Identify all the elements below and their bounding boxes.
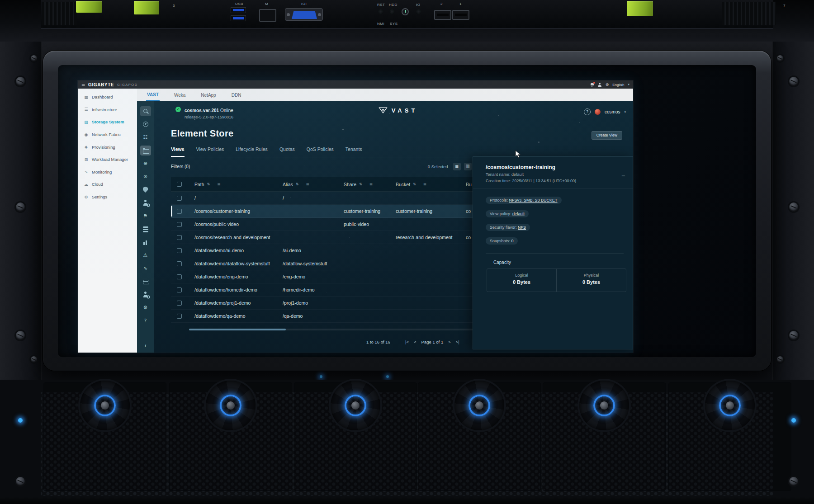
column-settings-icon[interactable]: ▥	[464, 163, 472, 170]
gauge-icon[interactable]	[142, 121, 149, 127]
account-menu[interactable]: ? cosmos ▾	[584, 108, 626, 115]
row-checkbox[interactable]	[177, 196, 182, 201]
search-button[interactable]	[140, 106, 151, 116]
activity-icon[interactable]: ∿	[142, 265, 149, 272]
gear-icon[interactable]: ⚙	[142, 305, 149, 311]
panel-menu-icon[interactable]: ≡	[621, 173, 625, 179]
security-flavor-link[interactable]: NFS	[518, 225, 526, 230]
sort-icon[interactable]: ⇅	[296, 182, 299, 186]
sort-icon[interactable]: ⇅	[359, 182, 362, 186]
language-selector[interactable]: English	[612, 83, 624, 87]
flag-icon[interactable]: ⚑	[142, 213, 149, 219]
chevron-down-icon: ▾	[624, 110, 626, 114]
user-add-icon[interactable]	[142, 200, 149, 206]
row-checkbox[interactable]	[177, 314, 182, 319]
database-icon[interactable]	[142, 226, 149, 232]
tab-lifecycle-rules[interactable]: Lifecycle Rules	[236, 146, 268, 157]
fan	[454, 381, 504, 430]
rack-screw	[789, 331, 798, 340]
status-led	[320, 375, 322, 378]
snapshots-value: 0	[511, 239, 514, 243]
sidebar-item-dashboard[interactable]: Dashboard	[78, 91, 137, 104]
row-checkbox[interactable]	[177, 287, 182, 292]
column-alias[interactable]: Alias	[283, 182, 293, 187]
sidebar-item-network-fabric[interactable]: Network Fabric	[78, 128, 137, 141]
sidebar-item-settings[interactable]: Settings	[78, 191, 137, 203]
divider	[486, 253, 624, 254]
sys-label: SYS	[390, 22, 398, 26]
filter-icon[interactable]: ≡	[306, 182, 309, 187]
filter-icon[interactable]: ≡	[423, 182, 427, 187]
sidebar-item-monitoring[interactable]: Monitoring	[78, 166, 137, 179]
account-icon[interactable]	[598, 83, 602, 87]
fan-tray	[0, 380, 814, 504]
row-checkbox[interactable]	[177, 222, 182, 227]
horizontal-scrollbar[interactable]	[189, 329, 473, 330]
sidebar-item-storage-system[interactable]: Storage System	[78, 116, 137, 128]
help-icon[interactable]: ?	[142, 318, 149, 324]
filter-icon[interactable]: ≡	[217, 182, 221, 187]
mgmt-label: M	[265, 2, 268, 6]
tab-vast[interactable]: VAST	[146, 89, 160, 101]
filters-label[interactable]: Filters (0)	[171, 164, 190, 169]
last-page-icon[interactable]: >|	[456, 339, 459, 344]
tab-ddn[interactable]: DDN	[231, 89, 242, 100]
alerts-icon[interactable]: ⚠	[142, 252, 149, 259]
shield-icon[interactable]	[143, 187, 148, 193]
bar-chart-icon[interactable]	[142, 239, 149, 245]
element-store-button[interactable]	[140, 146, 151, 155]
column-path[interactable]: Path	[194, 182, 204, 187]
sidebar-item-workload-manager[interactable]: Workload Manager	[78, 153, 137, 166]
card-icon[interactable]	[142, 278, 149, 285]
next-page-icon[interactable]: >	[448, 339, 451, 344]
notifications-bell-icon[interactable]	[590, 83, 594, 87]
tab-tenants[interactable]: Tenants	[345, 146, 362, 157]
row-checkbox[interactable]	[177, 235, 182, 240]
sidebar-item-infrastructure[interactable]: Infrastructure	[78, 104, 137, 116]
row-checkbox[interactable]	[177, 301, 182, 306]
tab-views[interactable]: Views	[171, 146, 185, 157]
menu-icon[interactable]: ☰	[81, 82, 85, 87]
view-policy-link[interactable]: default	[512, 212, 525, 216]
tab-view-policies[interactable]: View Policies	[196, 146, 224, 157]
row-checkbox[interactable]	[177, 261, 182, 266]
column-bucket[interactable]: Bucket	[396, 182, 410, 187]
sidebar-item-cloud[interactable]: Cloud	[78, 178, 137, 191]
create-view-button[interactable]: Create View	[592, 131, 622, 140]
sort-icon[interactable]: ⇅	[207, 182, 210, 186]
tab-qos-policies[interactable]: QoS Policies	[307, 146, 334, 157]
row-checkbox[interactable]	[177, 248, 182, 253]
release-version: release-5.2.0-sp7-1598816	[185, 115, 233, 119]
sort-icon[interactable]: ⇅	[413, 182, 416, 186]
protocols-link[interactable]: NFSv3, SMB, S3 BUCKET	[509, 198, 558, 203]
row-checkbox[interactable]	[177, 274, 182, 279]
id-button[interactable]	[417, 10, 420, 13]
sidebar-item-provisioning[interactable]: Provisioning	[78, 141, 137, 153]
user-settings-icon[interactable]	[142, 292, 149, 298]
sliders-icon[interactable]: ☷	[142, 134, 149, 141]
reset-button[interactable]	[379, 10, 382, 13]
list-view-icon[interactable]: ≣	[453, 163, 461, 170]
filter-icon[interactable]: ≡	[369, 182, 373, 187]
power-button[interactable]	[402, 8, 409, 15]
globe-icon[interactable]: ⊕	[142, 160, 149, 167]
section-tabs: Views View Policies Lifecycle Rules Quot…	[171, 146, 633, 157]
column-share[interactable]: Share	[344, 182, 356, 187]
column-truncated[interactable]: Bu	[466, 182, 472, 187]
chassis-face: 3 7 USB M IOI RST HDD NMI SYS IO 2 1	[41, 0, 773, 29]
online-check-icon: ✓	[175, 107, 181, 112]
logical-label: Logical	[487, 273, 556, 278]
tab-quotas[interactable]: Quotas	[279, 146, 295, 157]
tab-netapp[interactable]: NetApp	[200, 89, 217, 100]
tab-weka[interactable]: Weka	[173, 89, 186, 100]
row-checkbox[interactable]	[177, 209, 182, 214]
status-led	[386, 375, 389, 378]
first-page-icon[interactable]: |<	[405, 339, 409, 344]
scrollbar-thumb[interactable]	[189, 329, 286, 330]
user-avatar[interactable]	[595, 109, 601, 115]
select-all-checkbox[interactable]	[177, 182, 182, 187]
help-icon[interactable]: ?	[584, 108, 591, 115]
prev-page-icon[interactable]: <	[414, 339, 416, 344]
services-icon[interactable]: ⊛	[142, 174, 149, 180]
info-icon[interactable]: i	[145, 344, 146, 348]
